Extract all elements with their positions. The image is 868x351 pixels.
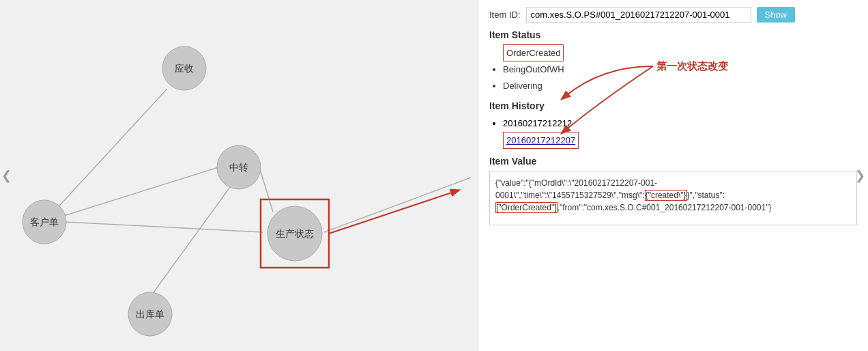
- value-highlight-status: ["OrderCreated"]: [495, 202, 558, 213]
- history-list: 20160217212212 20160217212207: [489, 115, 857, 149]
- item-id-row: Item ID: Show: [489, 7, 857, 23]
- graph-panel: 应收 中转 客户单 出库单 生产状态 ❮: [0, 0, 478, 351]
- item-id-label: Item ID:: [489, 10, 521, 20]
- scroll-right-arrow[interactable]: ❯: [855, 168, 865, 183]
- history-item-0: 20160217212212: [503, 115, 857, 131]
- show-button[interactable]: Show: [757, 7, 796, 23]
- item-value-title: Item Value: [489, 156, 857, 167]
- right-panel: Item ID: Show Item Status OrderCreated B…: [478, 0, 868, 351]
- svg-line-1: [44, 89, 167, 222]
- status-list: OrderCreated BeingOutOfWH Delivering: [489, 44, 857, 94]
- svg-line-2: [65, 222, 263, 232]
- svg-line-5: [324, 178, 471, 232]
- status-item-1: BeingOutOfWH: [503, 61, 857, 77]
- svg-text:出库单: 出库单: [136, 309, 164, 320]
- svg-text:中转: 中转: [229, 162, 248, 173]
- svg-line-4: [150, 184, 232, 297]
- item-id-input[interactable]: [526, 7, 751, 23]
- svg-line-0: [44, 167, 218, 222]
- status-item-2: Delivering: [503, 78, 857, 94]
- value-text-3: ["OrderCreated"],"from":"com.xes.S.O.C#0…: [495, 202, 771, 213]
- item-history-title: Item History: [489, 100, 857, 111]
- svg-text:应收: 应收: [175, 63, 194, 74]
- status-item-0: OrderCreated: [503, 44, 564, 61]
- svg-line-17: [329, 191, 456, 234]
- value-highlight-msg: {"created\"}: [645, 190, 687, 201]
- value-text-2: 0001\","time\":\"1455715327529\","msg\":…: [495, 190, 725, 201]
- graph-svg: 应收 中转 客户单 出库单 生产状态: [0, 0, 478, 351]
- svg-text:客户单: 客户单: [30, 216, 59, 227]
- value-text-1: {"value":"{"mOrdId\":\"20160217212207-00…: [495, 178, 657, 188]
- item-value-box: {"value":"{"mOrdId\":\"20160217212207-00…: [489, 171, 857, 225]
- item-status-title: Item Status: [489, 29, 857, 40]
- scroll-left-arrow[interactable]: ❮: [1, 168, 12, 183]
- svg-text:生产状态: 生产状态: [276, 228, 314, 239]
- history-item-1[interactable]: 20160217212207: [503, 132, 579, 149]
